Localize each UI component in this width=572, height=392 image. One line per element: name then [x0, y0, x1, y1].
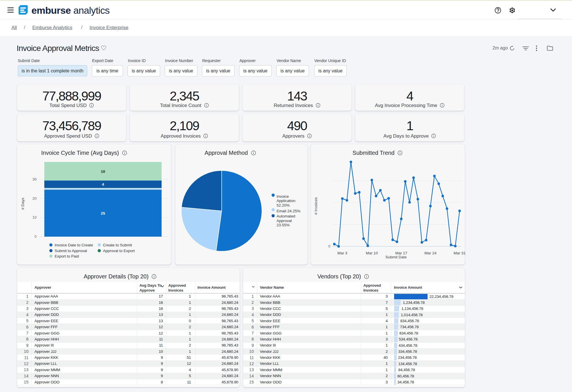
svg-text:0: 0 [35, 234, 37, 239]
svg-text:20: 20 [33, 196, 37, 201]
svg-text:23.55%: 23.55% [277, 223, 290, 227]
svg-text:Approval to Export: Approval to Export [103, 249, 135, 253]
svg-text:52.20%: 52.20% [277, 203, 290, 207]
svg-text:Submit Date: Submit Date [386, 255, 407, 259]
svg-text:Automated: Automated [277, 214, 295, 218]
svg-text:10: 10 [33, 215, 37, 219]
svg-text:Invoice: Invoice [277, 194, 289, 199]
svg-text:Approval: Approval [277, 219, 292, 223]
svg-text:# Days: # Days [21, 198, 25, 210]
svg-text:25: 25 [101, 211, 105, 215]
svg-text:Mar 17: Mar 17 [395, 251, 407, 255]
svg-text:Invoice Date to Create: Invoice Date to Create [55, 243, 93, 247]
svg-text:Export to Paid: Export to Paid [55, 254, 79, 258]
svg-text:4: 4 [102, 182, 104, 187]
svg-text:Mar 24: Mar 24 [424, 251, 437, 255]
svg-text:# Invoices: # Invoices [314, 197, 318, 215]
svg-text:Mar 3: Mar 3 [337, 251, 347, 255]
svg-text:0: 0 [328, 244, 330, 248]
svg-text:Mar 31: Mar 31 [454, 251, 466, 255]
svg-text:10: 10 [101, 169, 105, 174]
svg-text:Create to Submit: Create to Submit [103, 243, 132, 247]
svg-text:Application: Application [277, 199, 295, 203]
svg-text:Email 24.25%: Email 24.25% [277, 209, 300, 213]
svg-text:30: 30 [33, 177, 37, 181]
svg-text:Mar 10: Mar 10 [366, 251, 378, 255]
svg-text:Submit to Approval: Submit to Approval [55, 249, 87, 253]
